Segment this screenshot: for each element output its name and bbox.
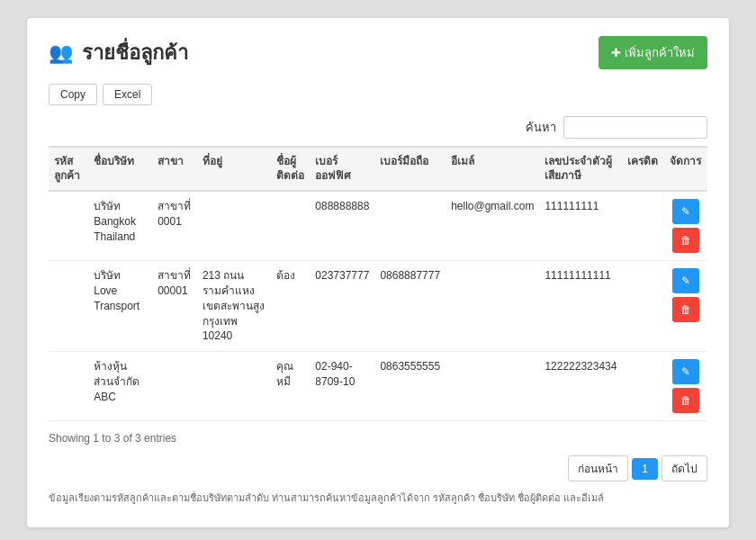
cell-tax: 111111111 xyxy=(539,191,622,261)
cell-email xyxy=(446,352,539,421)
cell-credit xyxy=(622,352,664,421)
note-text: ข้อมูลเรียงตามรหัสลูกค้าและตามชื่อบริษัท… xyxy=(49,490,707,506)
table-header-row: รหัสลูกค้า ชื่อบริษัท สาขา ที่อยู่ ชื่อผ… xyxy=(49,147,707,191)
cell-code xyxy=(49,191,88,261)
cell-email xyxy=(446,261,539,352)
page-1-button[interactable]: 1 xyxy=(632,458,658,480)
cell-branch: สาขาที่ 0001 xyxy=(152,191,197,261)
cell-contact: คุณหมี xyxy=(271,352,310,421)
delete-button-3[interactable]: 🗑 xyxy=(672,388,699,413)
cell-phone: 088888888 xyxy=(310,191,374,261)
cell-email: hello@gmail.com xyxy=(446,191,539,261)
table-row: บริษัท Bangkok Thailand สาขาที่ 0001 088… xyxy=(49,191,707,261)
main-container: 👥 รายชื่อลูกค้า ✚ เพิ่มลูกค้าใหม่ Copy E… xyxy=(27,18,729,527)
action-buttons: ✎ 🗑 xyxy=(670,268,702,322)
page-title: 👥 รายชื่อลูกค้า xyxy=(49,37,188,68)
header-code: รหัสลูกค้า xyxy=(49,147,88,191)
table-row: ห้างหุ้นส่วนจำกัด ABC คุณหมี 02-940-8709… xyxy=(49,352,707,421)
cell-company: ห้างหุ้นส่วนจำกัด ABC xyxy=(88,352,152,421)
header-branch: สาขา xyxy=(152,147,197,191)
edit-button-3[interactable]: ✎ xyxy=(672,359,699,384)
delete-button-2[interactable]: 🗑 xyxy=(672,297,699,322)
cell-code xyxy=(49,352,88,421)
cell-action: ✎ 🗑 xyxy=(664,191,707,261)
add-customer-button[interactable]: ✚ เพิ่มลูกค้าใหม่ xyxy=(598,36,707,69)
cell-address: 213 ถนน รามคำแหง เขตสะพานสูง กรุงเทพ 102… xyxy=(197,261,271,352)
cell-mobile xyxy=(374,191,446,261)
cell-phone: 02-940-8709-10 xyxy=(310,352,374,421)
header-action: จัดการ xyxy=(664,147,707,191)
table-row: บริษัท Love Transport สาขาที่ 00001 213 … xyxy=(49,261,707,352)
page-header: 👥 รายชื่อลูกค้า ✚ เพิ่มลูกค้าใหม่ xyxy=(49,36,707,69)
header-credit: เครดิต xyxy=(622,147,664,191)
cell-contact: ต้อง xyxy=(271,261,310,352)
cell-mobile: 0868887777 xyxy=(374,261,446,352)
prev-page-button[interactable]: ก่อนหน้า xyxy=(568,455,628,482)
pagination: ก่อนหน้า 1 ถัดไป xyxy=(49,455,707,482)
cell-mobile: 0863555555 xyxy=(374,352,446,421)
header-company: ชื่อบริษัท xyxy=(88,147,152,191)
delete-button-1[interactable]: 🗑 xyxy=(672,228,699,253)
header-tax: เลขประจำตัวผู้เสียภาษี xyxy=(539,147,622,191)
cell-code xyxy=(49,261,88,352)
toolbar: Copy Excel xyxy=(49,84,707,105)
edit-button-2[interactable]: ✎ xyxy=(672,268,699,293)
customers-icon: 👥 xyxy=(49,41,73,65)
search-input[interactable] xyxy=(563,116,707,139)
cell-tax: 122222323434 xyxy=(539,352,622,421)
cell-action: ✎ 🗑 xyxy=(664,261,707,352)
edit-button-1[interactable]: ✎ xyxy=(672,199,699,224)
copy-button[interactable]: Copy xyxy=(49,84,97,105)
cell-address xyxy=(197,191,271,261)
cell-branch: สาขาที่ 00001 xyxy=(152,261,197,352)
cell-credit xyxy=(622,191,664,261)
cell-credit xyxy=(622,261,664,352)
search-label: ค้นหา xyxy=(526,118,556,137)
action-buttons: ✎ 🗑 xyxy=(670,359,702,413)
cell-company: บริษัท Bangkok Thailand xyxy=(88,191,152,261)
cell-tax: 11111111111 xyxy=(539,261,622,352)
cell-phone: 023737777 xyxy=(310,261,374,352)
footer-info: Showing 1 to 3 of 3 entries xyxy=(49,432,707,445)
action-buttons: ✎ 🗑 xyxy=(670,199,702,253)
cell-address xyxy=(197,352,271,421)
customers-table: รหัสลูกค้า ชื่อบริษัท สาขา ที่อยู่ ชื่อผ… xyxy=(49,146,707,421)
header-phone: เบอร์ออฟฟิศ xyxy=(310,147,374,191)
cell-company: บริษัท Love Transport xyxy=(88,261,152,352)
header-email: อีเมล์ xyxy=(446,147,539,191)
header-contact: ชื่อผู้ติดต่อ xyxy=(271,147,310,191)
next-page-button[interactable]: ถัดไป xyxy=(662,455,707,482)
cell-contact xyxy=(271,191,310,261)
header-address: ที่อยู่ xyxy=(197,147,271,191)
cell-branch xyxy=(152,352,197,421)
excel-button[interactable]: Excel xyxy=(103,84,152,105)
header-mobile: เบอร์มือถือ xyxy=(374,147,446,191)
search-row: ค้นหา xyxy=(49,116,707,139)
cell-action: ✎ 🗑 xyxy=(664,352,707,421)
